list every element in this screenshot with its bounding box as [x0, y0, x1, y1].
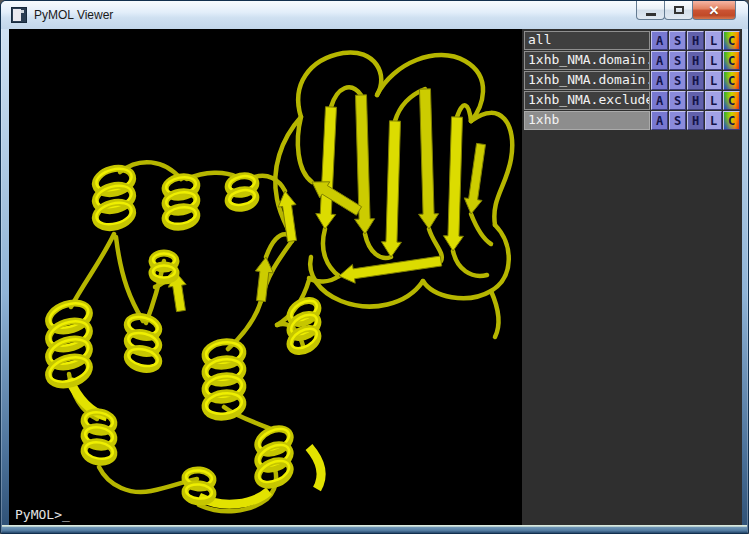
object-row: 1xhb_NMA.domain.ASHLC [524, 71, 740, 90]
object-a-button[interactable]: A [651, 31, 668, 50]
close-button[interactable]: ✕ [692, 1, 736, 20]
titlebar[interactable]: PyMOL Viewer ✕ [1, 1, 748, 29]
app-icon-detail [21, 10, 24, 13]
object-a-button[interactable]: A [651, 51, 668, 70]
window-controls: ✕ [636, 1, 736, 21]
object-name[interactable]: 1xhb_NMA.domain. [524, 51, 650, 70]
object-name[interactable]: 1xhb_NMA.exclude [524, 91, 650, 110]
object-s-button[interactable]: S [669, 111, 686, 130]
object-l-button[interactable]: L [705, 51, 722, 70]
molecule-viewport[interactable]: PyMOL>_ [9, 29, 522, 527]
object-h-button[interactable]: H [687, 91, 704, 110]
object-h-button[interactable]: H [687, 111, 704, 130]
object-h-button[interactable]: H [687, 31, 704, 50]
object-panel: allASHLC1xhb_NMA.domain.ASHLC1xhb_NMA.do… [522, 31, 742, 131]
object-a-button[interactable]: A [651, 91, 668, 110]
object-a-button[interactable]: A [651, 71, 668, 90]
minimize-icon [646, 13, 656, 16]
app-icon [11, 7, 27, 23]
object-row: 1xhb_NMA.domain.ASHLC [524, 51, 740, 70]
object-c-button[interactable]: C [723, 111, 740, 130]
object-row: 1xhbASHLC [524, 111, 740, 130]
window-title: PyMOL Viewer [34, 8, 113, 22]
command-prompt[interactable]: PyMOL>_ [15, 507, 70, 522]
object-name[interactable]: 1xhb_NMA.domain. [524, 71, 650, 90]
protein-structure [9, 29, 522, 527]
object-s-button[interactable]: S [669, 71, 686, 90]
object-l-button[interactable]: L [705, 71, 722, 90]
side-panel: allASHLC1xhb_NMA.domain.ASHLC1xhb_NMA.do… [522, 29, 742, 527]
maximize-button[interactable] [664, 1, 693, 20]
app-icon-detail [13, 9, 21, 21]
object-a-button[interactable]: A [651, 111, 668, 130]
object-name[interactable]: all [524, 31, 650, 50]
object-l-button[interactable]: L [705, 111, 722, 130]
object-name[interactable]: 1xhb [524, 111, 650, 130]
object-l-button[interactable]: L [705, 91, 722, 110]
client-area: PyMOL>_ allASHLC1xhb_NMA.domain.ASHLC1xh… [9, 29, 742, 527]
maximize-icon [674, 6, 684, 14]
object-h-button[interactable]: H [687, 51, 704, 70]
object-c-button[interactable]: C [723, 71, 740, 90]
object-c-button[interactable]: C [723, 91, 740, 110]
pymol-viewer-window: PyMOL Viewer ✕ PyMOL>_ allASHLC1xhb_NMA.… [0, 0, 749, 534]
object-s-button[interactable]: S [669, 91, 686, 110]
minimize-button[interactable] [636, 1, 665, 20]
close-icon: ✕ [709, 2, 720, 19]
object-s-button[interactable]: S [669, 31, 686, 50]
object-l-button[interactable]: L [705, 31, 722, 50]
object-c-button[interactable]: C [723, 31, 740, 50]
object-row: 1xhb_NMA.excludeASHLC [524, 91, 740, 110]
object-row: allASHLC [524, 31, 740, 50]
object-h-button[interactable]: H [687, 71, 704, 90]
object-c-button[interactable]: C [723, 51, 740, 70]
object-s-button[interactable]: S [669, 51, 686, 70]
window-bottom-frame [2, 525, 747, 533]
